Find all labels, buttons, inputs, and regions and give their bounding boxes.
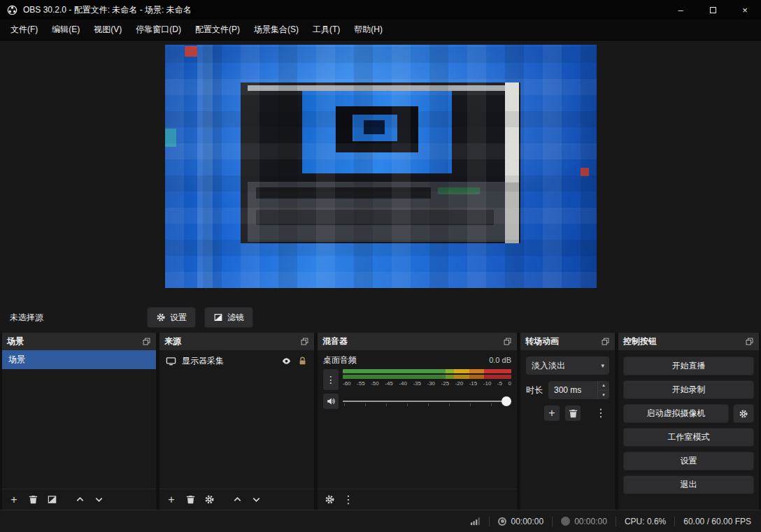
monitor-icon	[166, 356, 176, 366]
volume-meter-right	[343, 375, 511, 379]
scale-tick: -60	[343, 380, 351, 387]
spin-arrows: ▴ ▾	[597, 381, 609, 399]
mixer-dock-header[interactable]: 混音器	[318, 333, 517, 350]
source-toolbar: 未选择源 设置 滤镜	[0, 302, 761, 333]
gear-icon	[325, 494, 335, 505]
source-toolbar-buttons: 设置 滤镜	[147, 307, 253, 328]
scenes-dock-header[interactable]: 场景	[2, 333, 156, 350]
filter-icon	[47, 494, 57, 505]
chevron-down-icon: ▾	[601, 362, 604, 369]
mixer-dock-title: 混音器	[322, 336, 348, 347]
transitions-dock-title: 转场动画	[525, 336, 559, 347]
menu-item-tools[interactable]: 工具(T)	[306, 20, 347, 39]
popout-icon[interactable]	[601, 337, 610, 346]
menu-item-scene-collection[interactable]: 场景集合(S)	[247, 20, 306, 39]
visibility-eye-icon[interactable]	[281, 356, 292, 366]
menu-item-help[interactable]: 帮助(H)	[347, 20, 390, 39]
add-scene-button[interactable]: +	[6, 491, 22, 508]
window-title: OBS 30.2.0 - 配置文件: 未命名 - 场景: 未命名	[23, 4, 192, 16]
sources-dock-header[interactable]: 来源	[159, 333, 314, 350]
source-properties-button[interactable]: 设置	[147, 307, 196, 328]
kebab-dots-icon: ⋮	[326, 374, 336, 385]
virtual-camera-settings-button[interactable]	[733, 404, 754, 423]
remove-source-button[interactable]	[182, 491, 199, 508]
start-recording-button[interactable]: 开始录制	[623, 380, 754, 399]
duration-spinbox[interactable]: 300 ms ▴ ▾	[548, 381, 609, 399]
studio-mode-button[interactable]: 工作室模式	[623, 428, 754, 447]
add-source-button[interactable]: +	[163, 491, 180, 508]
menu-item-file[interactable]: 文件(F)	[3, 20, 45, 39]
channel-name: 桌面音频	[323, 354, 357, 366]
slider-ticks	[344, 403, 510, 406]
move-source-up-button[interactable]	[229, 491, 246, 508]
slider-track	[343, 401, 511, 402]
obs-window: OBS 30.2.0 - 配置文件: 未命名 - 场景: 未命名 – × 文件(…	[0, 0, 761, 532]
transition-properties-button[interactable]: ⋮	[593, 405, 609, 421]
transitions-dock: 转场动画 淡入淡出 ▾ 时长 300 ms	[520, 333, 615, 510]
stream-time: 00:00:00	[511, 517, 543, 526]
transition-selected-value: 淡入淡出	[532, 360, 565, 372]
gear-icon	[156, 312, 166, 322]
chevron-down-icon	[94, 494, 104, 505]
remove-transition-button[interactable]	[565, 405, 581, 421]
popout-icon[interactable]	[142, 337, 151, 346]
controls-dock-header[interactable]: 控制按钮	[618, 333, 759, 350]
popout-icon[interactable]	[745, 337, 754, 346]
cpu-usage: CPU: 0.6%	[625, 517, 666, 526]
lock-icon[interactable]	[297, 356, 308, 366]
scene-filters-button[interactable]	[43, 491, 60, 508]
audio-options-button[interactable]: ⋮	[323, 369, 339, 390]
audio-mixer-dock: 混音器 桌面音频 0.0 dB ⋮	[318, 333, 517, 510]
source-filters-button[interactable]: 滤镜	[204, 307, 253, 328]
settings-button[interactable]: 设置	[623, 452, 754, 470]
menu-item-view[interactable]: 视图(V)	[87, 20, 129, 39]
channel-level-db: 0.0 dB	[489, 356, 511, 364]
kebab-dots-icon: ⋮	[595, 408, 606, 419]
filter-icon	[213, 312, 223, 322]
mute-button[interactable]	[323, 394, 339, 409]
menu-item-docks[interactable]: 停靠窗口(D)	[129, 20, 188, 39]
record-status-icon	[561, 517, 570, 526]
sources-toolbar: +	[159, 489, 314, 510]
menu-item-edit[interactable]: 编辑(E)	[45, 20, 87, 39]
popout-icon[interactable]	[300, 337, 309, 346]
start-streaming-button[interactable]: 开始直播	[623, 357, 754, 375]
advanced-audio-button[interactable]	[321, 491, 338, 508]
slider-handle[interactable]	[502, 396, 511, 406]
scene-list: 场景	[2, 350, 156, 489]
transition-select[interactable]: 淡入淡出 ▾	[526, 357, 609, 375]
maximize-button[interactable]	[697, 0, 729, 20]
duration-label: 时长	[526, 384, 543, 396]
add-transition-button[interactable]: +	[544, 405, 560, 421]
minimize-button[interactable]: –	[664, 0, 697, 20]
network-signal-icon	[470, 516, 481, 526]
spin-down-button[interactable]: ▾	[598, 390, 609, 400]
preview-canvas[interactable]	[165, 45, 597, 288]
source-item[interactable]: 显示器采集	[159, 350, 314, 371]
trash-icon	[185, 494, 196, 505]
chevron-up-icon	[232, 494, 243, 505]
transitions-body: 淡入淡出 ▾ 时长 300 ms ▴ ▾	[520, 350, 615, 510]
controls-dock: 控制按钮 开始直播 开始录制 启动虚拟摄像机 工作室模式 设置	[618, 333, 759, 510]
popout-icon[interactable]	[503, 337, 512, 346]
move-source-down-button[interactable]	[248, 491, 264, 508]
move-scene-down-button[interactable]	[90, 491, 107, 508]
divider	[674, 517, 675, 526]
close-button[interactable]: ×	[729, 0, 761, 20]
source-list: 显示器采集	[159, 350, 314, 489]
volume-slider[interactable]	[343, 394, 511, 409]
start-virtual-camera-button[interactable]: 启动虚拟摄像机	[623, 404, 729, 423]
menu-item-profile[interactable]: 配置文件(P)	[188, 20, 247, 39]
remove-scene-button[interactable]	[24, 491, 41, 508]
spin-up-button[interactable]: ▴	[598, 381, 609, 390]
exit-button[interactable]: 退出	[623, 475, 754, 494]
titlebar: OBS 30.2.0 - 配置文件: 未命名 - 场景: 未命名 – ×	[0, 0, 761, 20]
source-properties-gear-button[interactable]	[201, 491, 218, 508]
divider	[616, 517, 616, 526]
scenes-dock-title: 场景	[7, 336, 24, 347]
transitions-dock-header[interactable]: 转场动画	[520, 333, 615, 350]
mixer-menu-button[interactable]: ⋮	[340, 491, 357, 508]
move-scene-up-button[interactable]	[71, 491, 88, 508]
scene-item[interactable]: 场景	[2, 350, 156, 369]
trash-icon	[568, 408, 578, 419]
